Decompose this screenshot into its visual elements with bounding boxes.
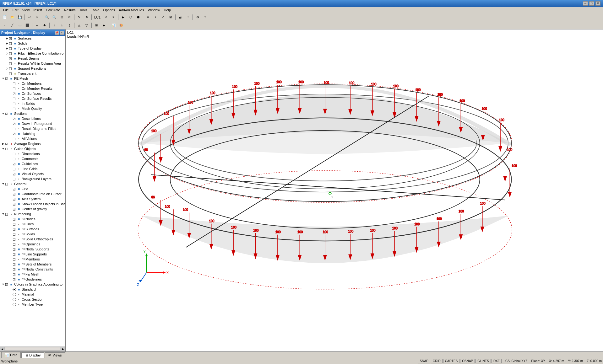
support-line-btn[interactable]: ▽ [83,22,90,29]
snap-btn[interactable]: SNAP [418,359,430,363]
cb-result-beams[interactable]: ☑ [9,57,12,60]
expand-surfaces[interactable]: ▶ [5,36,9,40]
tree-container[interactable]: ▶ ☑ ■ Surfaces ▶ ☐ ■ Solids ▶ ☐ ■ Type o… [0,36,65,346]
cb-line-supports[interactable]: ☑ [13,253,16,256]
cb-colors-graphics[interactable]: ☑ [5,283,8,286]
tree-item-surfaces[interactable]: ▶ ☑ ■ Surfaces [0,36,65,41]
expand-solids[interactable]: ▶ [5,41,9,45]
cb-sets-of-members[interactable]: ☑ [13,263,16,266]
osnap-btn[interactable]: OSNAP [460,359,475,363]
zoom-in-btn[interactable]: 🔍 [43,14,50,21]
cb-comments[interactable]: ☐ [13,157,16,161]
cb-nodes[interactable]: ☑ [13,217,16,221]
expand-type-display[interactable]: ▶ [5,46,9,50]
tree-item-hatching[interactable]: ▶ ☑ ■ Hatching [0,131,65,136]
tree-item-result-beams[interactable]: ▶ ☑ ■ Result Beams [0,56,65,61]
expand-ribs[interactable]: ▷ [5,51,9,55]
zoom-all-btn[interactable]: ⊞ [58,14,65,21]
redo-btn[interactable]: ↪ [34,14,41,21]
menu-calculate[interactable]: Calculate [44,8,62,13]
cb-support-reactions[interactable]: ☐ [9,67,12,70]
cartes-btn[interactable]: CARTES [443,359,459,363]
tree-item-openings[interactable]: ▶ ☐ ▪ 33 Openings [0,242,65,247]
lc-next-btn[interactable]: > [110,14,117,21]
cb-result-diagrams[interactable]: ☐ [13,127,16,131]
tree-item-members[interactable]: ▶ ☐ ▪ 33 Members [0,257,65,262]
load-surface-btn[interactable]: ⤵ [66,22,73,29]
cb-solids-num[interactable]: ☐ [13,233,16,236]
tree-item-nodal-supports[interactable]: ▶ ☑ ■ 33 Nodal Supports [0,247,65,252]
menu-window[interactable]: Window [146,8,162,13]
tree-item-in-solids[interactable]: ▶ ☐ ▪ In Solids [0,101,65,106]
cb-grid[interactable]: ☑ [13,187,16,191]
color-map-btn[interactable]: 🎨 [118,22,125,29]
tree-item-draw-foreground[interactable]: ▶ ☑ ■ Draw in Foreground [0,121,65,126]
radio-standard[interactable] [13,288,16,291]
surface-btn[interactable]: ▭ [16,22,23,29]
tree-item-guidelines[interactable]: ▶ ☑ ■ Guidelines [0,161,65,166]
radio-member-type[interactable] [13,303,16,306]
cb-line-grids[interactable]: ☐ [13,167,16,171]
lc-prev-btn[interactable]: < [102,14,109,21]
tree-item-guide-objects[interactable]: ▼ ☐ ▪ Guide Objects [0,146,65,151]
tree-item-material[interactable]: ▶ ▪ Material [0,292,65,297]
menu-view[interactable]: View [20,8,32,13]
cross-btn[interactable]: ✚ [41,22,48,29]
tree-item-descriptions[interactable]: ▶ ☑ ■ Descriptions [0,116,65,121]
tree-item-results-within[interactable]: ▶ ☐ ▪ Results Within Column Area [0,61,65,66]
cb-all-values[interactable]: ☐ [13,137,16,141]
tree-item-on-member-results[interactable]: ▶ ☐ ▪ On Member Results [0,86,65,91]
expand-fe-mesh[interactable]: ▼ [1,77,5,80]
menu-insert[interactable]: Insert [31,8,44,13]
tab-data[interactable]: 📊 Data [1,352,21,358]
cb-on-member-results[interactable]: ☐ [13,87,16,90]
line-btn[interactable]: ╱ [9,22,16,29]
cb-guidelines[interactable]: ☑ [13,162,16,166]
cb-type-display[interactable]: ☐ [9,47,12,50]
cb-guide-objects[interactable]: ☐ [5,147,8,151]
cb-background-layers[interactable]: ☐ [13,177,16,181]
grid-btn[interactable]: GRID [431,359,443,363]
menu-table[interactable]: Table [89,8,101,13]
settings-btn[interactable]: ⚙ [194,14,201,21]
tree-item-on-surfaces[interactable]: ▶ ☑ ■ On Surfaces [0,91,65,96]
mesh-btn[interactable]: ⊞ [93,22,100,29]
tree-item-sets-of-members[interactable]: ▶ ☑ ■ 33 Sets of Members [0,262,65,267]
tab-views[interactable]: 👁 Views [45,352,65,358]
expand-colors-graphics[interactable]: ▼ [1,282,5,286]
cb-results-within[interactable]: ☐ [9,62,12,65]
tree-item-solids[interactable]: ▶ ☐ ■ Solids [0,41,65,46]
cb-average-regions[interactable]: ☑ [5,142,8,146]
cb-fe-mesh-num[interactable]: ☑ [13,273,16,276]
radio-cross-section[interactable] [13,298,16,301]
scroll-left-btn[interactable]: ◀ [0,347,4,351]
cb-nodal-constraints[interactable]: ☑ [13,268,16,271]
result-disp-btn[interactable]: 📊 [110,22,117,29]
cb-descriptions[interactable]: ☑ [13,117,16,120]
solid-btn[interactable]: ⬟ [135,14,142,21]
tree-item-line-supports[interactable]: ▶ ☑ ■ 33 Line Supports [0,252,65,257]
panel-close-btn[interactable]: × [60,31,64,35]
tree-item-lines[interactable]: ▶ ☐ ▪ 33 Lines [0,222,65,227]
cb-solids[interactable]: ☐ [9,42,12,45]
scroll-thumb[interactable] [5,347,60,351]
menu-file[interactable]: File [1,8,11,13]
cb-axis-system[interactable]: ☑ [13,197,16,201]
cb-ribs[interactable]: ☐ [9,52,12,55]
menu-results[interactable]: Results [62,8,78,13]
tree-item-sections[interactable]: ▼ ☑ ■ Sections [0,111,65,116]
zoom-out-btn[interactable]: 🔍 [51,14,58,21]
tree-item-dimensions[interactable]: ▶ ☐ ▪ Dimensions [0,151,65,156]
tree-item-type-display[interactable]: ▶ ☐ ■ Type of Display [0,46,65,51]
support-node-btn[interactable]: △ [76,22,83,29]
cb-surfaces-num[interactable]: ☑ [13,228,16,231]
export-btn[interactable]: ⤴ [184,14,191,21]
new-btn[interactable]: 📄 [1,14,8,21]
tree-item-comments[interactable]: ▶ ☐ ▪ Comments [0,156,65,161]
minimize-button[interactable]: ─ [583,1,588,6]
cb-members[interactable]: ☐ [13,258,16,261]
menu-help[interactable]: Help [162,8,173,13]
load-node-btn[interactable]: ↓ [51,22,58,29]
expand-guide-objects[interactable]: ▼ [1,147,5,151]
cb-sections[interactable]: ☑ [5,112,8,115]
